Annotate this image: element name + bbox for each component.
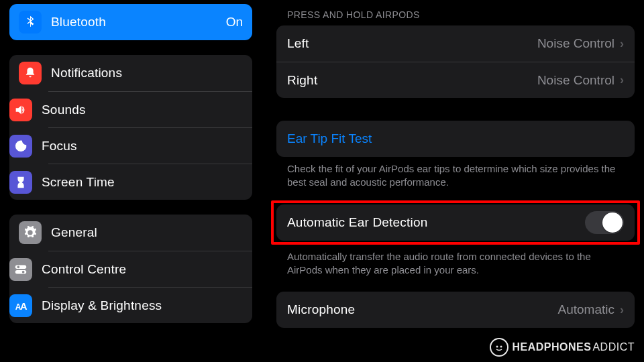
sidebar-item-notifications[interactable]: Notifications bbox=[9, 55, 252, 91]
auto-ear-group: Automatic Ear Detection bbox=[276, 204, 635, 241]
sidebar-item-value: On bbox=[226, 15, 243, 29]
sidebar-item-label: Bluetooth bbox=[51, 15, 226, 29]
row-value: Noise Control bbox=[537, 73, 614, 88]
row-left-airpod[interactable]: Left Noise Control › bbox=[276, 25, 635, 62]
row-label: Automatic Ear Detection bbox=[287, 215, 585, 230]
svg-point-6 bbox=[493, 341, 505, 353]
general-icon bbox=[19, 221, 42, 244]
sidebar-item-focus[interactable]: Focus bbox=[48, 127, 252, 164]
row-label: Microphone bbox=[287, 302, 558, 317]
watermark-logo-icon bbox=[490, 338, 508, 357]
link-label: Ear Tip Fit Test bbox=[287, 131, 372, 146]
row-microphone[interactable]: Microphone Automatic › bbox=[276, 292, 635, 328]
svg-text:A: A bbox=[20, 300, 28, 311]
controlcentre-icon bbox=[9, 258, 32, 281]
screentime-icon bbox=[9, 171, 32, 194]
svg-point-3 bbox=[22, 270, 25, 273]
section-header-press-hold: PRESS AND HOLD AIRPODS bbox=[287, 9, 624, 20]
main-pane: PRESS AND HOLD AIRPODS Left Noise Contro… bbox=[262, 0, 644, 362]
svg-rect-1 bbox=[15, 269, 27, 274]
settings-sidebar: Bluetooth On Notifications Sounds Focus bbox=[0, 0, 262, 362]
row-auto-ear-detection[interactable]: Automatic Ear Detection bbox=[276, 204, 635, 241]
bluetooth-icon bbox=[19, 11, 42, 34]
svg-point-8 bbox=[500, 346, 502, 348]
toggle-knob bbox=[602, 213, 623, 233]
sounds-icon bbox=[9, 99, 32, 121]
sidebar-item-label: Control Centre bbox=[42, 262, 243, 277]
sidebar-item-screentime[interactable]: Screen Time bbox=[48, 164, 252, 200]
sidebar-item-label: Sounds bbox=[42, 103, 243, 117]
toggle-auto-ear[interactable] bbox=[585, 211, 624, 234]
watermark: HEADPHONES ADDICT bbox=[490, 338, 635, 357]
chevron-right-icon: › bbox=[620, 73, 624, 87]
sidebar-item-bluetooth[interactable]: Bluetooth On bbox=[9, 4, 252, 40]
ear-tip-group: Ear Tip Fit Test bbox=[276, 121, 635, 157]
sidebar-group-notifications: Notifications Sounds Focus Screen Time bbox=[9, 55, 252, 200]
svg-point-7 bbox=[496, 346, 498, 348]
row-label: Left bbox=[287, 36, 537, 51]
sidebar-item-display[interactable]: AA Display & Brightness bbox=[48, 287, 252, 323]
sidebar-item-label: Screen Time bbox=[42, 175, 243, 190]
sidebar-item-sounds[interactable]: Sounds bbox=[48, 91, 252, 127]
row-value: Automatic bbox=[558, 302, 614, 317]
microphone-group: Microphone Automatic › bbox=[276, 292, 635, 328]
svg-point-2 bbox=[17, 265, 20, 268]
sidebar-group-general: General Control Centre AA Display & Brig… bbox=[9, 215, 252, 323]
sidebar-item-label: Display & Brightness bbox=[42, 298, 243, 313]
auto-ear-footer: Automatically transfer the audio route f… bbox=[276, 241, 635, 278]
row-value: Noise Control bbox=[537, 36, 614, 51]
notifications-icon bbox=[19, 62, 42, 84]
row-label: Right bbox=[287, 73, 537, 88]
focus-icon bbox=[9, 135, 32, 158]
sidebar-item-general[interactable]: General bbox=[9, 215, 252, 251]
chevron-right-icon: › bbox=[620, 303, 624, 317]
watermark-text-2: ADDICT bbox=[592, 341, 635, 353]
sidebar-item-controlcentre[interactable]: Control Centre bbox=[48, 251, 252, 287]
row-ear-tip-fit-test[interactable]: Ear Tip Fit Test bbox=[276, 121, 635, 157]
press-hold-group: Left Noise Control › Right Noise Control… bbox=[276, 25, 635, 98]
ear-tip-footer: Check the fit of your AirPods ear tips t… bbox=[276, 157, 635, 190]
sidebar-item-label: General bbox=[51, 225, 243, 240]
chevron-right-icon: › bbox=[620, 37, 624, 51]
sidebar-item-label: Focus bbox=[42, 139, 243, 154]
display-icon: AA bbox=[9, 294, 32, 317]
svg-rect-0 bbox=[15, 265, 27, 269]
sidebar-item-label: Notifications bbox=[51, 66, 243, 80]
watermark-text-1: HEADPHONES bbox=[513, 341, 592, 353]
row-right-airpod[interactable]: Right Noise Control › bbox=[276, 62, 635, 98]
